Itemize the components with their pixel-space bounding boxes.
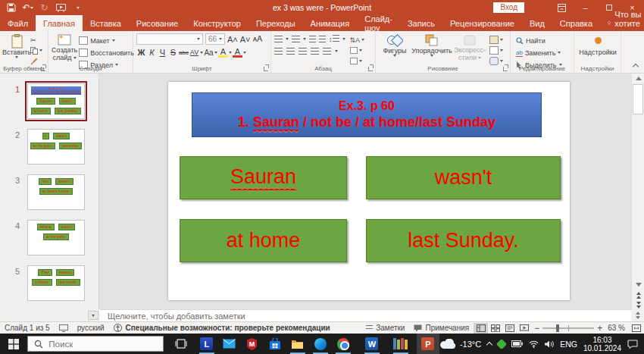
clipboard-dialog-launcher[interactable] [41, 67, 45, 71]
highlight-color-button[interactable]: A [218, 48, 228, 58]
font-dialog-launcher[interactable] [264, 67, 268, 71]
align-left-icon[interactable] [274, 48, 283, 55]
zoom-out-button[interactable]: − [531, 322, 542, 334]
align-right-icon[interactable] [299, 48, 307, 55]
cut-button[interactable]: ✂ [30, 36, 42, 44]
start-button[interactable] [0, 334, 27, 354]
zoom-level[interactable]: 63 % [605, 322, 627, 334]
tab-animations[interactable]: Анимация [303, 15, 358, 31]
mail-app-button[interactable] [218, 334, 241, 354]
tab-file[interactable]: Файл [0, 15, 36, 31]
scrollbar-thumb[interactable] [633, 84, 643, 114]
slide-thumbnail-canvas[interactable]: Milanawasn'tat the party. [27, 220, 85, 255]
tab-draw[interactable]: Рисование [129, 15, 186, 31]
view-normal-button[interactable] [474, 323, 488, 334]
font-size-input[interactable]: 66 [205, 33, 225, 45]
tell-me-button[interactable]: Что вы хотите сделать? [600, 15, 644, 31]
language-button[interactable]: русский [73, 322, 109, 334]
copy-button[interactable] [30, 46, 42, 55]
search-input[interactable] [48, 340, 147, 349]
word-box-time[interactable]: last Sunday. [366, 219, 561, 262]
display-settings-icon[interactable] [55, 322, 73, 334]
line-spacing-icon[interactable]: ↕ [329, 35, 339, 43]
antivirus-tray-icon[interactable] [496, 338, 507, 349]
clear-formatting-button[interactable]: 🗚 [253, 34, 263, 45]
slide-canvas[interactable]: Ex.3. p 60 1. Sauran / not be / at home/… [168, 82, 570, 300]
change-case-button[interactable]: Aa [204, 47, 214, 58]
slide-thumbnail-3[interactable]: 3Youweren'tat Jane's house. [0, 174, 99, 215]
decrease-font-button[interactable]: A˅ [240, 34, 251, 45]
tab-slideshow[interactable]: Слайд-шоу [357, 15, 400, 31]
file-explorer-button[interactable] [286, 334, 309, 354]
zoom-slider-thumb[interactable] [556, 324, 559, 332]
notes-toggle-button[interactable]: Заметки [361, 322, 409, 334]
columns-icon[interactable] [323, 48, 331, 55]
word-box-subject[interactable]: Sauran [180, 156, 347, 199]
font-color-button[interactable]: A [233, 48, 242, 58]
mcafee-app-button[interactable]: M [241, 334, 264, 354]
text-direction-button[interactable]: ⇅A [350, 36, 365, 44]
zoom-slider[interactable] [542, 327, 594, 329]
slide-thumbnail-5[interactable]: 5Theyweren'tin Romelast month. [0, 265, 99, 306]
notes-splitter-button[interactable] [88, 311, 98, 320]
increase-indent-icon[interactable] [319, 36, 326, 42]
view-slideshow-button[interactable] [517, 323, 531, 334]
bullets-icon[interactable] [274, 36, 283, 42]
tab-review[interactable]: Рецензирование [442, 15, 522, 31]
slide-counter[interactable]: Слайд 1 из 5 [0, 322, 55, 334]
previous-slide-button[interactable] [632, 290, 644, 299]
comments-toggle-button[interactable]: Примечания [409, 322, 474, 334]
tab-record[interactable]: Запись [400, 15, 442, 31]
save-icon[interactable] [6, 3, 16, 13]
app-l-button[interactable]: L [195, 334, 218, 354]
slide-thumbnail-1[interactable]: 1Ex.3. p 601. Sauran / not be / at home/… [0, 83, 99, 124]
battery-icon[interactable] [511, 340, 523, 347]
tab-design[interactable]: Конструктор [186, 15, 249, 31]
undo-icon[interactable]: ↶ [23, 3, 33, 13]
tab-transitions[interactable]: Переходы [249, 15, 303, 31]
tab-home[interactable]: Главная [36, 15, 83, 31]
fit-slide-to-window-button[interactable] [627, 322, 644, 334]
powerpoint-app-button[interactable]: P [417, 334, 439, 354]
next-slide-button[interactable] [632, 300, 644, 309]
increase-font-button[interactable]: A˄ [227, 34, 238, 45]
scroll-down-button[interactable] [632, 280, 644, 290]
edge-app-button[interactable] [309, 334, 332, 354]
paste-button[interactable]: Вставить [3, 33, 30, 65]
microsoft-store-app-button[interactable] [264, 334, 286, 354]
strikethrough-button[interactable]: S [168, 47, 178, 58]
justify-icon[interactable] [311, 48, 319, 55]
layout-button[interactable]: Макет [79, 36, 134, 45]
shape-effects-button[interactable] [489, 57, 503, 65]
vertical-scrollbar[interactable] [631, 74, 644, 309]
volume-icon[interactable] [545, 340, 554, 348]
notes-pane[interactable]: Щелкните, чтобы добавить заметки [100, 309, 631, 321]
addins-button[interactable]: Надстройки [577, 33, 618, 56]
word-box-verb[interactable]: wasn't [366, 156, 561, 199]
slide-thumbnail-4[interactable]: 4Milanawasn'tat the party. [0, 220, 99, 261]
customize-qat-icon[interactable] [73, 3, 83, 13]
tab-help[interactable]: Справка [552, 15, 600, 31]
slide-title-box[interactable]: Ex.3. p 60 1. Sauran / not be / at home/… [192, 92, 542, 137]
slide-thumbnail-2[interactable]: 2Iwasn'tat the gym.yesterday. [0, 129, 99, 170]
slide-thumbnail-canvas[interactable]: Youweren'tat Jane's house. [27, 174, 85, 210]
new-slide-button[interactable]: Создать слайд [52, 33, 77, 70]
tab-view[interactable]: Вид [522, 15, 552, 31]
slide-thumbnail-canvas[interactable]: Theyweren'tin Romelast month. [27, 265, 85, 301]
notes-scroll-buttons[interactable] [631, 309, 644, 321]
bold-button[interactable]: Ж [136, 47, 146, 58]
convert-smartart-button[interactable] [350, 57, 365, 65]
numbering-icon[interactable] [292, 36, 300, 42]
scroll-up-button[interactable] [632, 74, 644, 83]
chrome-app-button[interactable] [332, 334, 355, 354]
font-family-select[interactable] [136, 33, 203, 45]
replace-button[interactable]: ab Заменить [516, 48, 571, 58]
task-view-button[interactable] [170, 334, 192, 354]
paragraph-dialog-launcher[interactable] [368, 67, 373, 71]
character-spacing-button[interactable]: AV [189, 47, 199, 58]
shapes-button[interactable]: Фигуры [379, 33, 411, 65]
clock[interactable]: 16:03 10.01.2024 [583, 336, 621, 352]
drawing-dialog-launcher[interactable] [503, 67, 508, 71]
reset-button[interactable]: Восстановить [79, 48, 134, 58]
quick-styles-button[interactable]: Экспресс- стили [453, 33, 486, 65]
